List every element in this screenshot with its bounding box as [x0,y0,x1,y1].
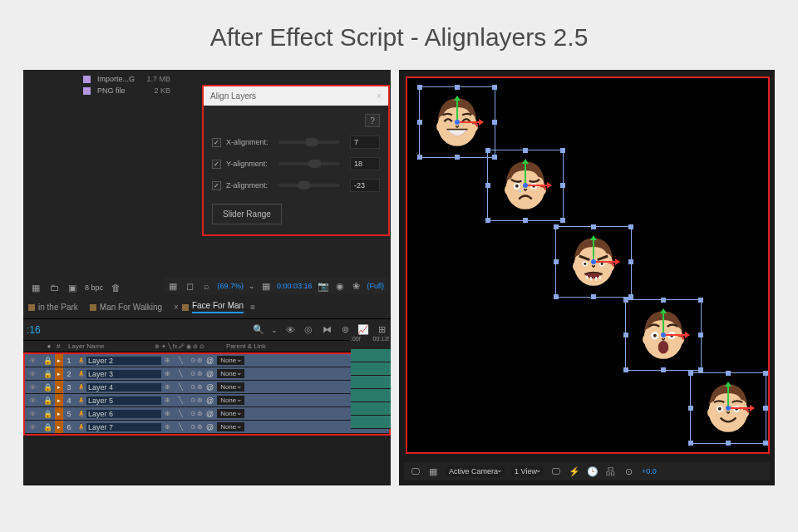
resize-handle[interactable] [688,406,693,411]
resize-handle[interactable] [455,85,460,90]
resize-handle[interactable] [661,367,666,372]
resize-handle[interactable] [628,259,633,264]
tab-man-for-walking[interactable]: Man For Walking [90,303,162,312]
reset-exposure-icon[interactable]: ⊙ [623,466,635,477]
graph-editor-icon[interactable]: 📈 [357,324,369,336]
fast-preview-icon[interactable]: ⚡ [569,466,580,477]
layer-row[interactable]: 👁🔒▸4🧍Layer 5⊕ ╲ ⊙⊚@None [25,394,389,407]
resize-handle[interactable] [560,183,565,188]
parent-dropdown[interactable]: None [217,396,244,405]
layer-color-label[interactable]: ▸ [55,421,63,433]
y-axis-gizmo[interactable] [456,99,458,122]
transparency-grid-icon[interactable]: ▦ [260,280,272,292]
visibility-toggle[interactable]: 👁 [25,383,40,392]
layer-switches[interactable]: ⊕ ╲ ⊙⊚ [161,397,203,404]
selected-layer-bounds[interactable] [419,86,495,158]
slider-range-button[interactable]: Slider Range [212,204,282,224]
slider-thumb[interactable] [305,138,318,146]
parent-dropdown[interactable]: None [217,382,244,392]
layer-switches[interactable]: ⊕ ╲ ⊙⊚ [161,383,203,391]
toggle-switches-icon[interactable]: ⊞ [376,324,387,336]
timeline-ruler[interactable]: :00f00:12f [349,336,391,346]
channel-icon[interactable]: ◉ [334,280,346,292]
layer-switches[interactable]: ⊕ ╲ ⊙⊚ [161,370,203,377]
layer-color-label[interactable]: ▸ [55,381,63,393]
column-layer-name[interactable]: Layer Name [68,342,155,350]
av-column-icon[interactable]: ● [42,342,57,350]
resize-handle[interactable] [485,218,490,223]
z-alignment-value[interactable]: -23 [350,179,380,192]
parent-dropdown[interactable]: None [217,422,244,431]
resize-handle[interactable] [661,298,666,303]
resize-handle[interactable] [417,120,422,125]
layer-name[interactable]: Layer 5 [86,397,161,405]
resize-handle[interactable] [560,218,565,223]
resolution-dropdown[interactable]: (Full) [367,282,385,290]
x-alignment-value[interactable]: 7 [350,135,380,149]
y-axis-gizmo[interactable] [525,162,526,185]
zoom-readout[interactable]: (69.7%) [217,282,244,290]
layer-row[interactable]: 👁🔒▸2🧍Layer 3⊕ ╲ ⊙⊚@None [25,367,389,381]
lock-toggle[interactable]: 🔒 [40,370,55,378]
layer-name[interactable]: Layer 6 [86,410,161,418]
x-axis-gizmo[interactable] [663,334,687,336]
selected-layer-bounds[interactable] [555,226,632,298]
pickwhip-icon[interactable]: @ [206,410,214,418]
pickwhip-icon[interactable]: @ [206,423,214,431]
resize-handle[interactable] [763,441,768,446]
motion-blur-icon[interactable]: ⊚ [339,324,351,336]
visibility-toggle[interactable]: 👁 [25,370,40,378]
pickwhip-icon[interactable]: @ [206,370,214,378]
layer-color-label[interactable]: ▸ [55,407,63,420]
parent-dropdown[interactable]: None [217,369,244,378]
visibility-toggle[interactable]: 👁 [25,357,40,365]
color-mgmt-icon[interactable]: ❀ [351,280,362,292]
interpret-footage-icon[interactable]: ▦ [30,282,42,293]
resize-handle[interactable] [492,85,497,90]
trash-icon[interactable]: 🗑 [110,282,121,293]
pickwhip-icon[interactable]: @ [206,397,214,405]
resize-handle[interactable] [688,441,693,446]
view-layout-dropdown[interactable]: 1 View [511,466,544,477]
column-parent[interactable]: Parent & Link [226,342,266,350]
tab-face-for-man[interactable]: ×Face For Man≡ [174,301,255,313]
layer-name[interactable]: Layer 4 [86,383,161,392]
resize-handle[interactable] [554,224,559,229]
x-axis-gizmo[interactable] [594,261,617,263]
resize-handle[interactable] [455,155,460,160]
project-file-row[interactable]: Importe...G 1.7 MB [23,73,391,85]
snapshot-icon[interactable]: 📷 [318,280,329,292]
parent-dropdown[interactable]: None [217,409,244,418]
resize-handle[interactable] [523,148,528,153]
lock-toggle[interactable]: 🔒 [40,410,55,418]
resize-handle[interactable] [554,294,559,299]
lock-toggle[interactable]: 🔒 [40,397,55,405]
shy-icon[interactable]: 👁 [284,324,296,336]
anchor-point-icon[interactable] [591,259,596,264]
layer-row[interactable]: 👁🔒▸1🧍Layer 2⊕ ╲ ⊙⊚@None [25,354,389,367]
x-axis-gizmo[interactable] [457,121,480,123]
resize-handle[interactable] [492,120,497,125]
x-alignment-checkbox[interactable]: ✓ [212,138,221,147]
layer-name[interactable]: Layer 3 [86,370,161,378]
layer-color-label[interactable]: ▸ [55,354,63,367]
resize-handle[interactable] [628,224,633,229]
layer-bar[interactable] [351,416,391,429]
exposure-value[interactable]: +0.0 [642,467,657,475]
resize-handle[interactable] [698,332,703,337]
pickwhip-icon[interactable]: @ [206,357,214,365]
resize-handle[interactable] [554,259,559,264]
resize-handle[interactable] [591,294,596,299]
layer-color-label[interactable]: ▸ [55,367,63,380]
resize-handle[interactable] [623,367,628,372]
lock-toggle[interactable]: 🔒 [40,423,55,431]
grid-icon[interactable]: 🖵 [409,466,421,477]
anchor-point-icon[interactable] [455,120,460,125]
lock-toggle[interactable]: 🔒 [40,383,55,392]
resize-handle[interactable] [560,148,565,153]
resize-handle[interactable] [763,371,768,376]
new-comp-icon[interactable]: ▣ [66,282,78,293]
resize-handle[interactable] [417,85,422,90]
y-axis-gizmo[interactable] [663,312,664,335]
selected-layer-bounds[interactable] [625,299,702,371]
